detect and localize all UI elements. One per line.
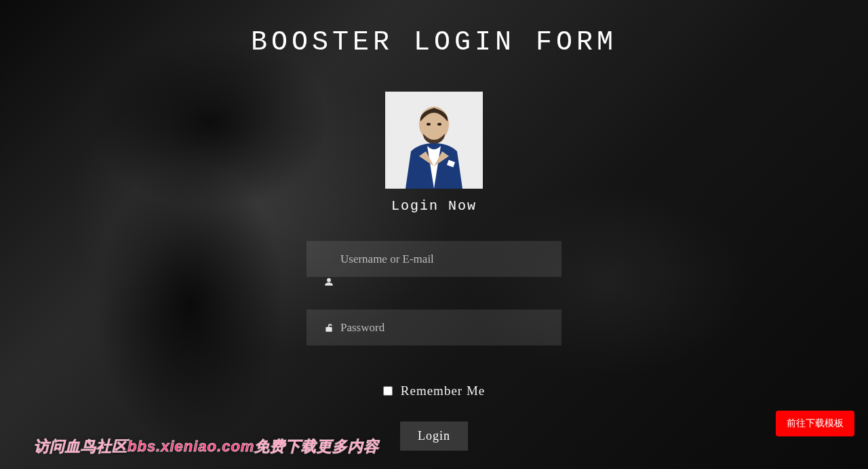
page-title: BOOSTER LOGIN FORM [0, 0, 868, 58]
remember-label[interactable]: Remember Me [401, 383, 485, 398]
password-input[interactable] [307, 309, 561, 345]
username-field-wrap [307, 241, 561, 277]
remember-row: Remember Me [292, 383, 576, 398]
password-field-wrap [307, 309, 561, 345]
download-template-button[interactable]: 前往下载模板 [776, 411, 854, 436]
login-form: Remember Me Login [292, 241, 576, 451]
username-input[interactable] [307, 241, 561, 277]
svg-point-2 [427, 123, 431, 126]
user-icon [324, 277, 334, 286]
avatar [385, 92, 483, 189]
login-subtitle: Login Now [292, 198, 576, 214]
remember-checkbox[interactable] [383, 386, 393, 396]
login-form-container: Login Now Remember Me Login [292, 92, 576, 451]
svg-point-5 [327, 278, 331, 282]
svg-point-3 [437, 123, 441, 126]
avatar-image [385, 92, 483, 189]
login-button[interactable]: Login [400, 421, 468, 451]
